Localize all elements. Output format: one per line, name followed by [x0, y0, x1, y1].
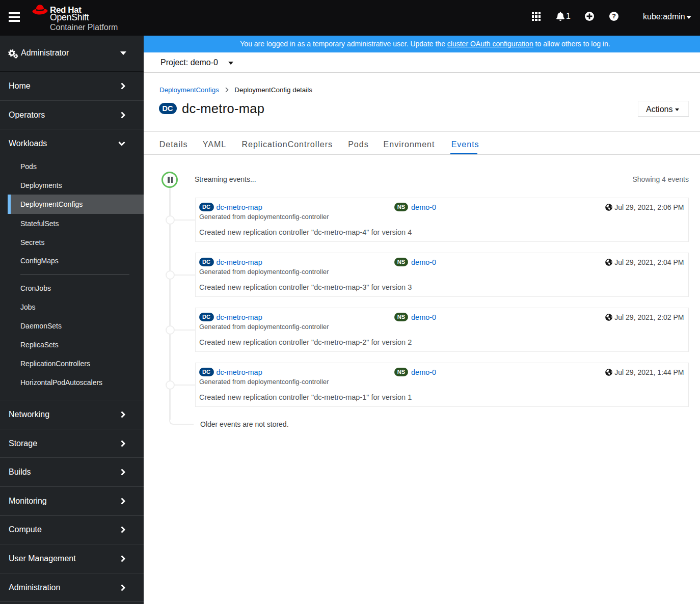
svg-text:?: ?	[612, 13, 616, 20]
